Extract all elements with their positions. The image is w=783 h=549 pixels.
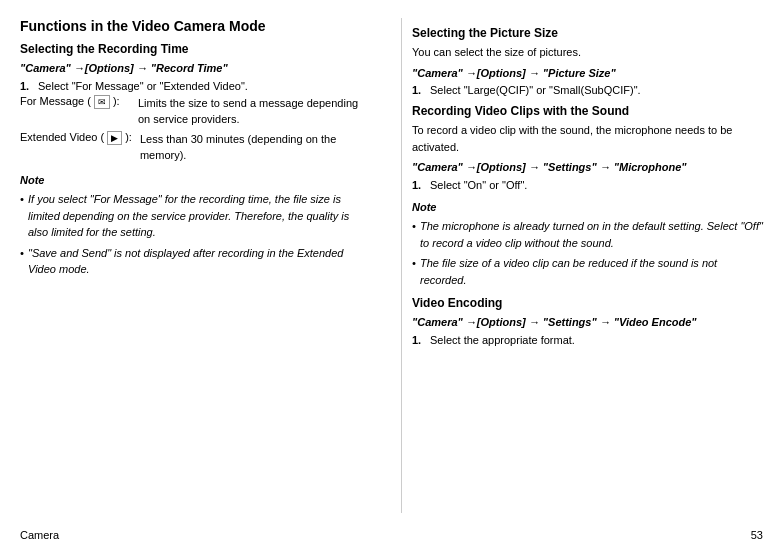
note2-item2: The file size of a video clip can be red… xyxy=(412,255,763,288)
note1-item1: If you select "For Message" for the reco… xyxy=(20,191,371,241)
section2-intro: You can select the size of pictures. xyxy=(412,44,763,61)
label-extended-end: ): xyxy=(125,131,132,143)
main-title: Functions in the Video Camera Mode xyxy=(20,18,371,34)
step3-num: 1. xyxy=(412,179,426,191)
note2-item1: The microphone is already turned on in t… xyxy=(412,218,763,251)
table-row-video: Extended Video ( ▶ ): Less than 30 minut… xyxy=(20,131,371,164)
step4-num: 1. xyxy=(412,334,426,346)
left-column: Functions in the Video Camera Mode Selec… xyxy=(20,18,381,513)
step2: 1. Select "Large(QCIF)" or "Small(SubQCI… xyxy=(412,84,763,96)
msg-icon: ✉ xyxy=(94,95,110,109)
note-section2: Note The microphone is already turned on… xyxy=(412,199,763,289)
section3-bold-italic: "Camera" →[Options] → "Settings" → "Micr… xyxy=(412,159,763,176)
table-label-message: For Message ( ✉ ): xyxy=(20,95,130,128)
section1-title: Selecting the Recording Time xyxy=(20,42,371,56)
step2-num: 1. xyxy=(412,84,426,96)
footer-page-number: 53 xyxy=(751,529,763,541)
page-footer: Camera 53 xyxy=(0,523,783,549)
section2-title: Selecting the Picture Size xyxy=(412,26,763,40)
section4-title: Video Encoding xyxy=(412,296,763,310)
note1-title: Note xyxy=(20,172,371,189)
table-label-video: Extended Video ( ▶ ): xyxy=(20,131,132,164)
step1: 1. Select "For Message" or "Extended Vid… xyxy=(20,80,371,92)
table-row-message: For Message ( ✉ ): Limits the size to se… xyxy=(20,95,371,128)
footer-left-text: Camera xyxy=(20,529,59,541)
note-section1: Note If you select "For Message" for the… xyxy=(20,172,371,278)
step4-text: Select the appropriate format. xyxy=(430,334,575,346)
step1-text: Select "For Message" or "Extended Video"… xyxy=(38,80,248,92)
step3: 1. Select "On" or "Off". xyxy=(412,179,763,191)
step2-text: Select "Large(QCIF)" or "Small(SubQCIF)"… xyxy=(430,84,641,96)
label-extended: Extended Video ( xyxy=(20,131,104,143)
note2-title: Note xyxy=(412,199,763,216)
table-cell-message: Limits the size to send a message depend… xyxy=(138,95,371,128)
content-area: Functions in the Video Camera Mode Selec… xyxy=(0,0,783,523)
step4: 1. Select the appropriate format. xyxy=(412,334,763,346)
section3-intro: To record a video clip with the sound, t… xyxy=(412,122,763,155)
section1-bold-italic: "Camera" →[Options] → "Record Time" xyxy=(20,60,371,77)
step1-num: 1. xyxy=(20,80,34,92)
page: Functions in the Video Camera Mode Selec… xyxy=(0,0,783,549)
note1-item2: "Save and Send" is not displayed after r… xyxy=(20,245,371,278)
label-for-message-end: ): xyxy=(113,95,120,107)
label-for-message: For Message ( xyxy=(20,95,91,107)
section4-bold-italic: "Camera" →[Options] → "Settings" → "Vide… xyxy=(412,314,763,331)
video-icon: ▶ xyxy=(107,131,122,145)
step3-text: Select "On" or "Off". xyxy=(430,179,527,191)
section3-title: Recording Video Clips with the Sound xyxy=(412,104,763,118)
right-column: Selecting the Picture Size You can selec… xyxy=(401,18,763,513)
section2-bold-italic: "Camera" →[Options] → "Picture Size" xyxy=(412,65,763,82)
table-cell-video: Less than 30 minutes (depending on the m… xyxy=(140,131,371,164)
